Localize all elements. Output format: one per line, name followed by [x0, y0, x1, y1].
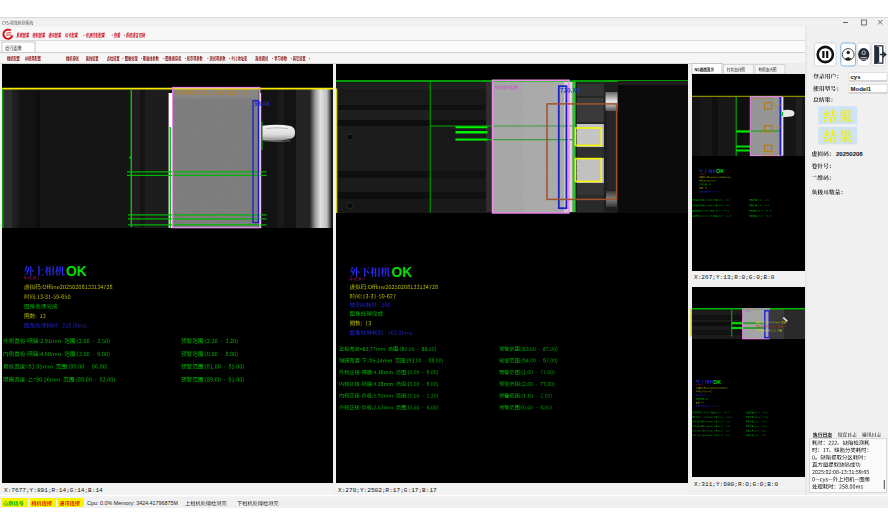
svg-text:X:267;Y:13;R:0;G:0;B:0: X:267;Y:13;R:0;G:0;B:0 — [694, 274, 775, 281]
svg-text:20250208: 20250208 — [836, 151, 863, 157]
svg-text:Model1: Model1 — [851, 86, 872, 92]
svg-text:OK: OK — [66, 264, 87, 279]
svg-text:X:7677;Y:891;R:14;G:14;B:14: X:7677;Y:891;R:14;G:14;B:14 — [4, 487, 103, 494]
svg-text:Cpu: 0.0% Memory: 3424.4179687: Cpu: 0.0% Memory: 3424.41796875M — [87, 500, 179, 506]
svg-text:OK: OK — [392, 265, 413, 280]
svg-text:X:270;Y:2502;R:17;G:17;B:17: X:270;Y:2502;R:17;G:17;B:17 — [338, 487, 437, 494]
svg-text:OK: OK — [716, 168, 724, 174]
svg-text:X:311;Y:980;R:0;G:0;B:0: X:311;Y:980;R:0;G:0;B:0 — [694, 481, 778, 488]
svg-text:cys: cys — [851, 74, 862, 80]
svg-text:OK: OK — [713, 379, 721, 385]
